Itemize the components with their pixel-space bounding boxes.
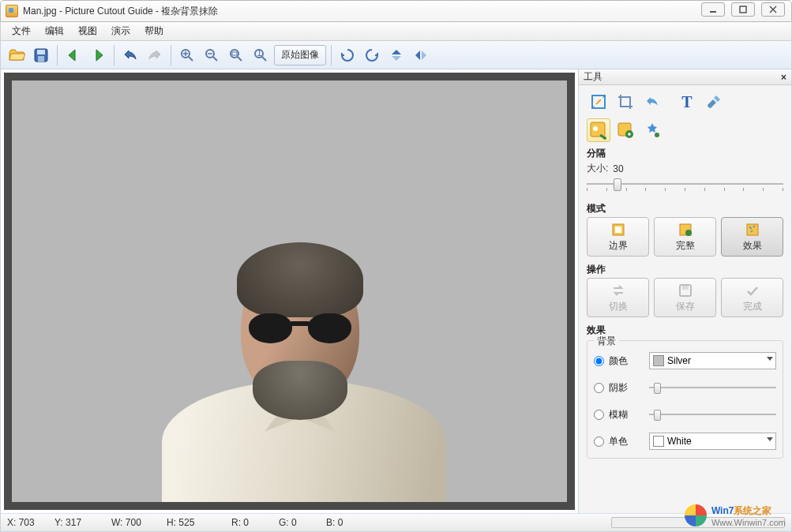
mode-border-button[interactable]: 边界 [587, 217, 649, 257]
menu-edit[interactable]: 编辑 [39, 23, 70, 39]
fx-color-radio[interactable]: 颜色 [594, 354, 643, 368]
svg-rect-19 [615, 227, 621, 233]
rotate-cw-button[interactable] [361, 44, 383, 66]
canvas-frame [4, 73, 575, 510]
svg-point-13 [593, 126, 598, 131]
zoom-fit-button[interactable] [225, 44, 247, 66]
svg-text:1: 1 [257, 47, 262, 58]
mode-full-button[interactable]: 完整 [654, 217, 716, 257]
shadow-slider[interactable] [649, 380, 776, 395]
minimize-button[interactable] [701, 2, 725, 17]
svg-point-14 [603, 137, 606, 140]
mode-effect-button[interactable]: 效果 [721, 217, 783, 257]
op-done-button: 完成 [721, 278, 783, 317]
back-button[interactable] [62, 44, 84, 66]
canvas-area [1, 69, 578, 513]
status-scroll[interactable] [611, 517, 785, 528]
menu-file[interactable]: 文件 [6, 23, 37, 39]
rotate-ccw-button[interactable] [336, 44, 358, 66]
resize-tool-icon[interactable] [587, 90, 610, 114]
svg-rect-22 [747, 224, 758, 235]
background-group: 背景 颜色 Silver 阴影 模糊 单色 [587, 340, 783, 459]
crop-tool-icon[interactable] [614, 90, 637, 114]
blur-slider[interactable] [649, 406, 776, 422]
undo-tool-icon[interactable] [640, 90, 664, 114]
settings-tool-icon[interactable] [702, 90, 726, 114]
panel-title-text: 工具 [584, 70, 602, 84]
zoom-in-button[interactable] [176, 44, 198, 66]
color-combo[interactable]: Silver [649, 352, 776, 369]
svg-rect-4 [38, 56, 44, 62]
cutout-tool-icon[interactable] [587, 118, 610, 142]
zoom-actual-button[interactable]: 1 [250, 44, 272, 66]
svg-point-17 [655, 133, 659, 137]
main-toolbar: 1 原始图像 [0, 41, 792, 69]
zoom-out-button[interactable] [201, 44, 223, 66]
image-canvas[interactable] [12, 81, 567, 502]
app-icon [6, 5, 18, 17]
mode-label: 模式 [587, 202, 783, 215]
background-legend: 背景 [594, 335, 619, 348]
fx-mono-radio[interactable]: 单色 [594, 435, 643, 448]
size-slider[interactable] [587, 177, 783, 196]
menu-help[interactable]: 帮助 [138, 23, 170, 39]
tools-panel: 工具 × T 分隔 大小: 30 [578, 69, 791, 513]
window-title: Man.jpg - Picture Cutout Guide - 複杂背景抹除 [23, 5, 218, 18]
op-save-button: 保存 [654, 278, 716, 317]
size-label: 大小: [587, 162, 608, 175]
maximize-button[interactable] [731, 2, 755, 17]
mono-combo[interactable]: White [649, 433, 776, 450]
color-swatch [653, 355, 664, 366]
menu-demo[interactable]: 演示 [105, 23, 137, 39]
op-switch-button: 切换 [587, 278, 649, 317]
menu-bar: 文件 编辑 视图 演示 帮助 [0, 22, 792, 41]
flip-vertical-button[interactable] [385, 44, 407, 66]
size-value: 30 [613, 163, 623, 174]
open-button[interactable] [6, 44, 28, 66]
status-bar: X: 703 Y: 317 W: 700 H: 525 R: 0 G: 0 B:… [0, 513, 792, 532]
svg-rect-3 [37, 50, 45, 54]
mono-swatch [653, 436, 664, 447]
undo-button[interactable] [119, 44, 141, 66]
forward-button[interactable] [87, 44, 109, 66]
ops-label: 操作 [587, 263, 783, 276]
cutout-subject [146, 223, 446, 502]
fx-shadow-radio[interactable]: 阴影 [594, 381, 643, 395]
save-button[interactable] [30, 44, 52, 66]
panel-titlebar: 工具 × [579, 69, 791, 85]
flip-horizontal-button[interactable] [410, 44, 432, 66]
magic-tool-icon[interactable] [640, 118, 664, 142]
menu-view[interactable]: 视图 [72, 23, 103, 39]
svg-rect-8 [232, 52, 237, 55]
title-bar: Man.jpg - Picture Cutout Guide - 複杂背景抹除 [0, 0, 792, 22]
svg-rect-24 [682, 286, 689, 290]
fx-blur-radio[interactable]: 模糊 [594, 408, 643, 421]
svg-rect-12 [591, 122, 605, 137]
patch-tool-icon[interactable] [614, 118, 637, 142]
panel-close-button[interactable]: × [781, 72, 786, 83]
svg-rect-0 [710, 11, 716, 13]
redo-button[interactable] [144, 44, 166, 66]
svg-rect-1 [740, 6, 746, 13]
text-tool-icon[interactable]: T [675, 90, 699, 114]
original-image-button[interactable]: 原始图像 [274, 45, 326, 66]
svg-point-21 [685, 230, 692, 236]
close-button[interactable] [761, 2, 785, 17]
separation-label: 分隔 [587, 147, 783, 160]
